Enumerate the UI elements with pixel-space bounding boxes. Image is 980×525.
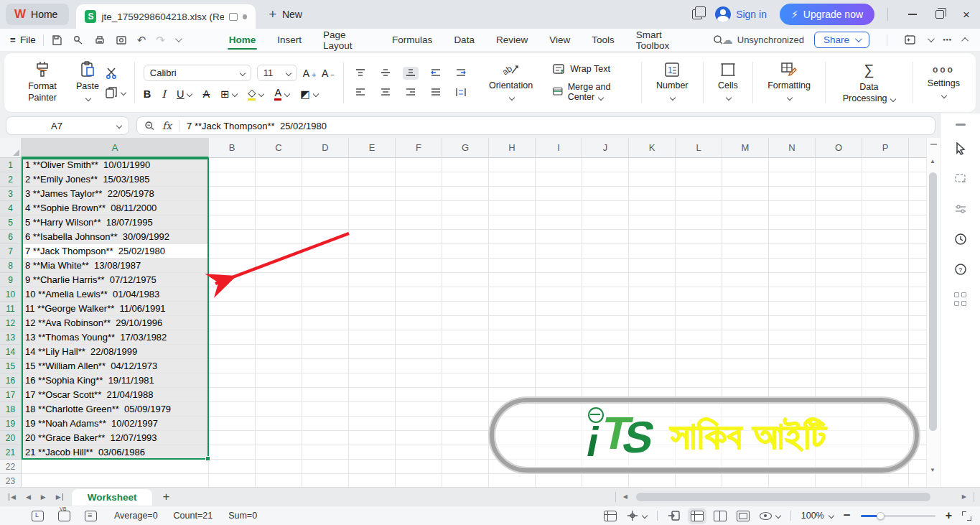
zoom-in-button[interactable]: + <box>946 509 952 522</box>
cell-C20[interactable] <box>256 431 302 445</box>
cell-A1[interactable]: 1 **Oliver Smith** 10/01/1990 <box>22 158 209 172</box>
column-header-I[interactable]: I <box>536 138 582 158</box>
cell-I9[interactable] <box>536 273 582 287</box>
cell-M14[interactable] <box>722 345 769 359</box>
cell-E22[interactable] <box>349 460 396 474</box>
align-middle-button[interactable] <box>378 67 393 80</box>
cell-N11[interactable] <box>769 302 816 316</box>
row-header-10[interactable]: 10 <box>0 287 22 302</box>
cell-N15[interactable] <box>769 359 816 373</box>
cell-B13[interactable] <box>209 330 256 345</box>
cell-D17[interactable] <box>302 388 349 402</box>
cell-D9[interactable] <box>302 273 349 287</box>
cell-N5[interactable] <box>769 215 816 230</box>
cell-H8[interactable] <box>489 259 536 273</box>
cell-B23[interactable] <box>209 474 256 487</box>
cell-B5[interactable] <box>209 215 256 230</box>
strikethrough-button[interactable]: A <box>202 88 210 100</box>
cell-O15[interactable] <box>816 359 862 373</box>
cell-N1[interactable] <box>769 158 816 172</box>
cell-L12[interactable] <box>676 316 722 330</box>
cell-P2[interactable] <box>862 172 909 187</box>
cell-I1[interactable] <box>536 158 582 172</box>
cell-O3[interactable] <box>816 187 862 201</box>
new-document-button[interactable]: + New <box>269 7 302 22</box>
prev-sheet-button[interactable]: ◀ <box>26 493 31 501</box>
row-header-22[interactable]: 22 <box>0 460 22 474</box>
menu-tab-formulas[interactable]: Formulas <box>391 31 434 49</box>
cell-O13[interactable] <box>816 330 862 345</box>
cell-N14[interactable] <box>769 345 816 359</box>
cell-H14[interactable] <box>489 345 536 359</box>
close-button[interactable]: × <box>963 9 970 21</box>
cell-M12[interactable] <box>722 316 769 330</box>
row-header-2[interactable]: 2 <box>0 172 22 187</box>
chevron-down-icon[interactable] <box>175 35 182 42</box>
cell-F13[interactable] <box>396 330 442 345</box>
cell-E12[interactable] <box>349 316 396 330</box>
menu-tab-review[interactable]: Review <box>495 31 529 49</box>
zoom-slider-handle[interactable] <box>877 512 885 520</box>
undo-icon[interactable]: ↶ <box>137 34 146 47</box>
exit-view-icon[interactable] <box>668 510 681 521</box>
cell-B12[interactable] <box>209 316 256 330</box>
menu-tab-home[interactable]: Home <box>228 31 258 49</box>
row-header-13[interactable]: 13 <box>0 330 22 345</box>
cell-K10[interactable] <box>629 287 676 302</box>
data-processing-button[interactable]: ∑ Data Processing <box>834 60 904 106</box>
cell-F23[interactable] <box>396 474 442 487</box>
cell-B15[interactable] <box>209 359 256 373</box>
column-header-D[interactable]: D <box>302 138 349 158</box>
cell-F10[interactable] <box>396 287 442 302</box>
horizontal-scroll-thumb[interactable] <box>636 493 930 501</box>
cell-A17[interactable]: 17 **Oscar Scott** 21/04/1988 <box>22 388 209 402</box>
cell-F20[interactable] <box>396 431 442 445</box>
help-icon[interactable]: ? <box>953 262 968 277</box>
visibility-button[interactable] <box>760 512 780 520</box>
cut-icon[interactable] <box>105 67 119 79</box>
row-header-17[interactable]: 17 <box>0 388 22 402</box>
cell-B8[interactable] <box>209 259 256 273</box>
zoom-slider[interactable] <box>861 515 935 517</box>
cell-F8[interactable] <box>396 259 442 273</box>
cell-A23[interactable] <box>22 474 209 487</box>
sync-status[interactable]: ☁ Unsynchronized <box>722 34 804 47</box>
cell-M7[interactable] <box>722 244 769 259</box>
cell-K15[interactable] <box>629 359 676 373</box>
cell-G15[interactable] <box>442 359 489 373</box>
font-size-select[interactable]: 11 <box>257 65 297 81</box>
cell-D16[interactable] <box>302 373 349 388</box>
row-header-18[interactable]: 18 <box>0 402 22 417</box>
cell-K11[interactable] <box>629 302 676 316</box>
cell-N8[interactable] <box>769 259 816 273</box>
cell-L4[interactable] <box>676 201 722 215</box>
cell-G14[interactable] <box>442 345 489 359</box>
cell-D3[interactable] <box>302 187 349 201</box>
selection-loop-icon[interactable] <box>953 172 968 186</box>
cell-H5[interactable] <box>489 215 536 230</box>
cell-J23[interactable] <box>582 474 629 487</box>
cell-G21[interactable] <box>442 445 489 460</box>
cell-C2[interactable] <box>256 172 302 187</box>
search-icon[interactable] <box>713 34 722 45</box>
cell-N13[interactable] <box>769 330 816 345</box>
cell-L13[interactable] <box>676 330 722 345</box>
cell-K13[interactable] <box>629 330 676 345</box>
cell-A4[interactable]: 4 **Sophie Brown** 08/11/2000 <box>22 201 209 215</box>
zoom-out-button[interactable]: − <box>844 508 851 523</box>
formula-input[interactable]: fx 7 **Jack Thompson** 25/02/1980 <box>136 116 935 135</box>
wrap-text-button[interactable]: Wrap Text <box>553 64 633 75</box>
cell-L14[interactable] <box>676 345 722 359</box>
cell-J10[interactable] <box>582 287 629 302</box>
cell-B17[interactable] <box>209 388 256 402</box>
cell-A9[interactable]: 9 **Charlie Harris** 07/12/1975 <box>22 273 209 287</box>
cell-E8[interactable] <box>349 259 396 273</box>
cell-C8[interactable] <box>256 259 302 273</box>
cell-J14[interactable] <box>582 345 629 359</box>
cells-button[interactable]: Cells <box>711 60 744 104</box>
column-header-A[interactable]: A <box>22 138 209 158</box>
cell-N7[interactable] <box>769 244 816 259</box>
column-header-O[interactable]: O <box>816 138 862 158</box>
cell-G16[interactable] <box>442 373 489 388</box>
cell-F21[interactable] <box>396 445 442 460</box>
